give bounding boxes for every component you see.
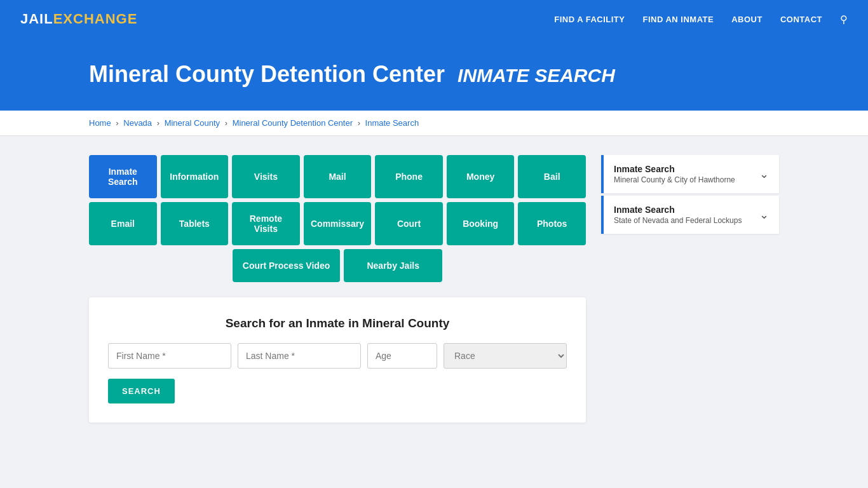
main-wrapper: Inmate Search Information Visits Mail Ph… [0,136,868,442]
btn-money[interactable]: Money [447,155,515,198]
btn-information[interactable]: Information [161,155,229,198]
btn-phone[interactable]: Phone [375,155,443,198]
sidebar-card-0-title: Inmate Search [614,164,735,174]
sidebar-card-0-subtitle: Mineral County & City of Hawthorne [614,175,735,184]
sidebar-card-0[interactable]: Inmate Search Mineral County & City of H… [601,155,779,193]
nav-about[interactable]: ABOUT [731,15,763,24]
btn-tablets[interactable]: Tablets [161,202,229,245]
nav-buttons-row2: Email Tablets Remote Visits Commissary C… [89,202,586,245]
btn-booking[interactable]: Booking [447,202,515,245]
breadcrumb-inmate-search[interactable]: Inmate Search [365,118,419,128]
page-title: Mineral County Detention Center INMATE S… [89,61,843,88]
btn-court-process-video[interactable]: Court Process Video [233,249,340,282]
breadcrumb: Home › Nevada › Mineral County › Mineral… [0,111,868,136]
breadcrumb-detention-center[interactable]: Mineral County Detention Center [233,118,353,128]
logo[interactable]: JAILEXCHANGE [20,11,137,27]
search-box: Search for an Inmate in Mineral County R… [89,297,586,423]
search-button[interactable]: SEARCH [108,379,175,403]
btn-remote-visits[interactable]: Remote Visits [232,202,300,245]
sidebar-card-1-subtitle: State of Nevada and Federal Lockups [614,216,742,225]
btn-bail[interactable]: Bail [518,155,586,198]
first-name-input[interactable] [108,343,231,369]
nav-links: FIND A FACILITY FIND AN INMATE ABOUT CON… [554,13,848,25]
btn-court[interactable]: Court [375,202,443,245]
search-fields: Race White Black Hispanic Asian Other [108,343,567,369]
btn-mail[interactable]: Mail [304,155,372,198]
chevron-down-icon: ⌄ [759,167,769,181]
sidebar-card-1[interactable]: Inmate Search State of Nevada and Federa… [601,196,779,234]
hero-subtitle: INMATE SEARCH [458,65,615,86]
age-input[interactable] [367,343,437,369]
btn-nearby-jails[interactable]: Nearby Jails [344,249,442,282]
breadcrumb-nevada[interactable]: Nevada [123,118,152,128]
btn-email[interactable]: Email [89,202,157,245]
nav-find-inmate[interactable]: FIND AN INMATE [642,15,714,24]
right-sidebar: Inmate Search Mineral County & City of H… [601,155,779,234]
race-select[interactable]: Race White Black Hispanic Asian Other [444,343,567,369]
breadcrumb-home[interactable]: Home [89,118,111,128]
nav-buttons-row1: Inmate Search Information Visits Mail Ph… [89,155,586,198]
nav-contact[interactable]: CONTACT [780,15,822,24]
breadcrumb-mineral-county[interactable]: Mineral County [165,118,220,128]
hero-title: Mineral County Detention Center [89,61,445,87]
nav-find-facility[interactable]: FIND A FACILITY [554,15,625,24]
chevron-down-icon-2: ⌄ [759,208,769,222]
btn-photos[interactable]: Photos [518,202,586,245]
btn-commissary[interactable]: Commissary [304,202,372,245]
search-title: Search for an Inmate in Mineral County [108,316,567,330]
nav-buttons-row3: Court Process Video Nearby Jails [89,249,586,282]
sidebar-card-1-title: Inmate Search [614,205,742,215]
last-name-input[interactable] [238,343,361,369]
btn-visits[interactable]: Visits [232,155,300,198]
hero-banner: Mineral County Detention Center INMATE S… [0,38,868,111]
btn-inmate-search[interactable]: Inmate Search [89,155,157,198]
left-section: Inmate Search Information Visits Mail Ph… [89,155,586,423]
main-nav: JAILEXCHANGE FIND A FACILITY FIND AN INM… [0,0,868,38]
search-icon[interactable]: ⚲ [840,13,848,25]
